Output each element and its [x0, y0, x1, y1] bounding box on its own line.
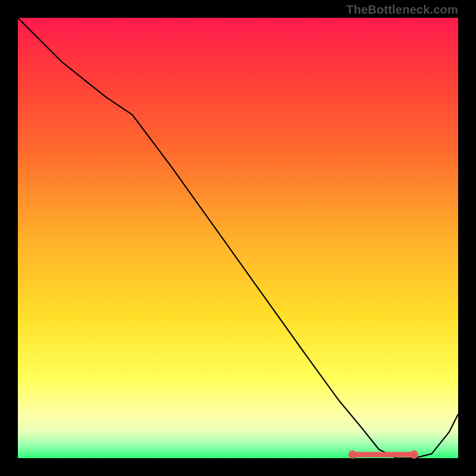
chart-stage: TheBottleneck.com: [0, 0, 476, 476]
annotation-dot-left: [348, 450, 356, 459]
series-line: [18, 18, 458, 458]
chart-overlay: [18, 18, 458, 458]
annotation-dot-right: [410, 450, 418, 459]
watermark-text: TheBottleneck.com: [346, 4, 458, 15]
